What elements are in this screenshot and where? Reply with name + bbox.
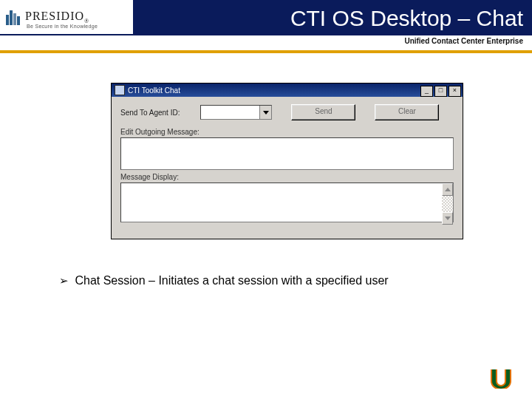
display-label: Message Display: — [120, 173, 463, 181]
dialog-title: CTI Toolkit Chat — [128, 86, 180, 95]
brand-logo: PRESIDIO® Be Secure in the Knowledge — [0, 0, 133, 35]
minimize-button[interactable]: _ — [420, 86, 433, 97]
page-subtitle: Unified Contact Center Enterprise — [404, 37, 523, 45]
city-icon — [6, 9, 21, 25]
svg-rect-3 — [17, 16, 20, 25]
bullet-arrow-icon: ➢ — [59, 274, 69, 287]
university-logo — [489, 369, 511, 389]
send-to-label: Send To Agent ID: — [120, 109, 180, 117]
dialog-titlebar: CTI Toolkit Chat _ □ × — [112, 83, 463, 97]
svg-rect-0 — [6, 15, 9, 25]
brand-tagline: Be Secure in the Knowledge — [27, 24, 98, 29]
outgoing-message-input[interactable] — [120, 137, 454, 170]
clear-button[interactable]: Clear — [375, 104, 439, 120]
svg-rect-1 — [10, 10, 13, 25]
scrollbar[interactable] — [442, 183, 453, 222]
scroll-down-icon[interactable] — [442, 212, 453, 225]
outgoing-label: Edit Outgoing Message: — [120, 128, 463, 136]
brand-name: PRESIDIO® — [25, 10, 89, 24]
send-button[interactable]: Send — [291, 104, 355, 120]
svg-rect-2 — [13, 13, 16, 25]
message-display — [120, 183, 454, 222]
close-button[interactable]: × — [449, 86, 461, 97]
bullet-text: Chat Session – Initiates a chat session … — [75, 274, 388, 287]
app-icon — [115, 85, 125, 95]
bullet-item: ➢ Chat Session – Initiates a chat sessio… — [59, 273, 458, 288]
agent-id-select[interactable] — [200, 105, 272, 120]
scroll-up-icon[interactable] — [442, 183, 453, 196]
page-title: CTI OS Desktop – Chat — [290, 6, 523, 31]
chevron-down-icon[interactable] — [259, 106, 271, 119]
chat-dialog: CTI Toolkit Chat _ □ × Send To Agent ID:… — [111, 83, 463, 239]
maximize-button[interactable]: □ — [434, 86, 447, 97]
